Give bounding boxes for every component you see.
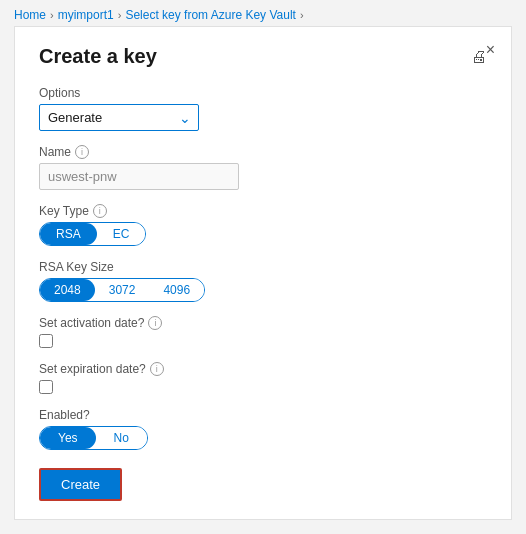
expiration-checkbox[interactable]: [39, 380, 53, 394]
breadcrumb-sep-3: ›: [300, 9, 304, 21]
breadcrumb-sep-1: ›: [50, 9, 54, 21]
activation-info-icon[interactable]: i: [148, 316, 162, 330]
expiration-info-icon[interactable]: i: [150, 362, 164, 376]
key-size-2048[interactable]: 2048: [40, 279, 95, 301]
enabled-no[interactable]: No: [96, 427, 147, 449]
rsa-key-size-section: RSA Key Size 2048 3072 4096: [39, 260, 487, 302]
options-section: Options Generate Import: [39, 86, 487, 131]
options-label: Options: [39, 86, 487, 100]
rsa-key-size-toggle: 2048 3072 4096: [39, 278, 205, 302]
close-icon[interactable]: ×: [486, 41, 495, 59]
expiration-section: Set expiration date? i: [39, 362, 487, 394]
name-section: Name i: [39, 145, 487, 190]
enabled-section: Enabled? Yes No: [39, 408, 487, 450]
key-type-info-icon[interactable]: i: [93, 204, 107, 218]
create-button-wrapper: Create: [39, 468, 487, 501]
key-type-ec[interactable]: EC: [97, 223, 146, 245]
key-type-toggle: RSA EC: [39, 222, 146, 246]
panel-title: Create a key: [39, 45, 461, 68]
breadcrumb-sep-2: ›: [118, 9, 122, 21]
rsa-key-size-label: RSA Key Size: [39, 260, 487, 274]
name-label: Name i: [39, 145, 487, 159]
expiration-checkbox-wrapper: [39, 380, 487, 394]
key-size-4096[interactable]: 4096: [149, 279, 204, 301]
key-type-rsa[interactable]: RSA: [40, 223, 97, 245]
options-select-wrapper: Generate Import: [39, 104, 199, 131]
activation-label: Set activation date? i: [39, 316, 487, 330]
create-button[interactable]: Create: [39, 468, 122, 501]
name-input[interactable]: [39, 163, 239, 190]
key-size-3072[interactable]: 3072: [95, 279, 150, 301]
key-type-label: Key Type i: [39, 204, 487, 218]
name-info-icon[interactable]: i: [75, 145, 89, 159]
enabled-toggle: Yes No: [39, 426, 148, 450]
activation-checkbox[interactable]: [39, 334, 53, 348]
options-select[interactable]: Generate Import: [39, 104, 199, 131]
panel-header: Create a key 🖨: [39, 45, 487, 68]
enabled-yes[interactable]: Yes: [40, 427, 96, 449]
create-key-panel: Create a key 🖨 × Options Generate Import…: [14, 26, 512, 520]
breadcrumb-select-key[interactable]: Select key from Azure Key Vault: [125, 8, 296, 22]
expiration-label: Set expiration date? i: [39, 362, 487, 376]
key-type-section: Key Type i RSA EC: [39, 204, 487, 246]
enabled-label: Enabled?: [39, 408, 487, 422]
breadcrumb-home[interactable]: Home: [14, 8, 46, 22]
breadcrumb: Home › myimport1 › Select key from Azure…: [0, 0, 526, 26]
print-icon[interactable]: 🖨: [471, 48, 487, 66]
breadcrumb-myimport[interactable]: myimport1: [58, 8, 114, 22]
activation-checkbox-wrapper: [39, 334, 487, 348]
activation-section: Set activation date? i: [39, 316, 487, 348]
